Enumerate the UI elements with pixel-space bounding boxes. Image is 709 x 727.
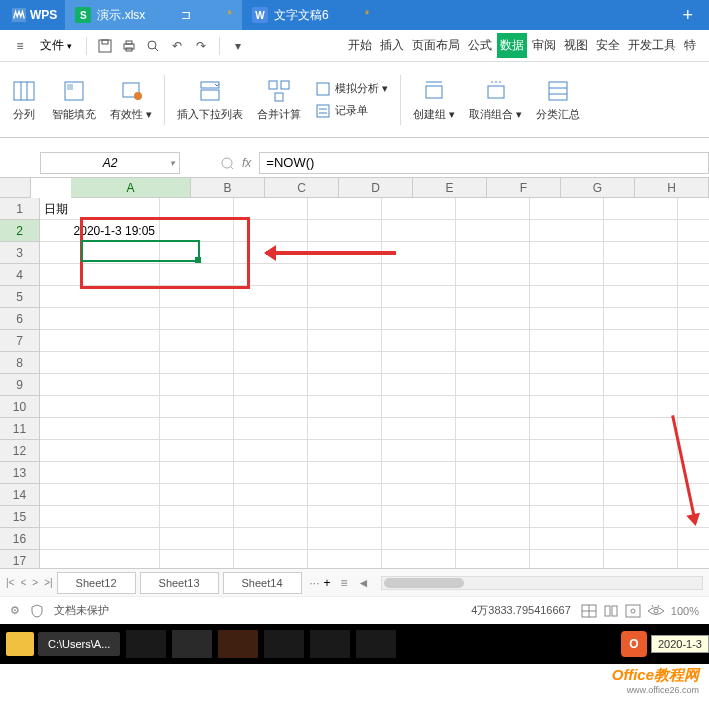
tab-security[interactable]: 安全 (593, 33, 623, 58)
add-tab-button[interactable]: + (670, 5, 705, 26)
cell[interactable] (604, 506, 678, 527)
save-icon[interactable] (95, 36, 115, 56)
cell[interactable] (308, 308, 382, 329)
taskbar-item[interactable] (310, 630, 350, 658)
cell[interactable] (530, 440, 604, 461)
cell[interactable] (308, 462, 382, 483)
tab-page[interactable]: 页面布局 (409, 33, 463, 58)
cell[interactable] (456, 352, 530, 373)
cell[interactable] (530, 528, 604, 549)
cell[interactable] (530, 198, 604, 219)
cell[interactable] (604, 528, 678, 549)
row-header[interactable]: 13 (0, 462, 40, 484)
cell[interactable] (234, 440, 308, 461)
cell[interactable] (530, 242, 604, 263)
cell[interactable] (160, 418, 234, 439)
cell[interactable] (456, 308, 530, 329)
cell[interactable] (456, 550, 530, 568)
cell[interactable] (530, 352, 604, 373)
col-header-E[interactable]: E (413, 178, 487, 197)
cell[interactable] (160, 484, 234, 505)
cell[interactable] (456, 506, 530, 527)
cell[interactable] (382, 220, 456, 241)
cell[interactable] (234, 352, 308, 373)
col-header-A[interactable]: A (71, 178, 191, 197)
row-header[interactable]: 5 (0, 286, 40, 308)
print-icon[interactable] (119, 36, 139, 56)
cell[interactable] (382, 440, 456, 461)
cell[interactable] (234, 528, 308, 549)
group-cancel-button[interactable]: 取消组合 ▾ (465, 77, 526, 122)
cell[interactable] (604, 550, 678, 568)
list-icon[interactable]: ≡ (341, 576, 348, 590)
undo-icon[interactable]: ↶ (167, 36, 187, 56)
row-header[interactable]: 15 (0, 506, 40, 528)
cell[interactable] (234, 286, 308, 307)
validation-button[interactable]: 有效性 ▾ (106, 77, 156, 122)
row-header[interactable]: 6 (0, 308, 40, 330)
col-header-B[interactable]: B (191, 178, 265, 197)
cell[interactable] (604, 462, 678, 483)
cell[interactable] (160, 220, 234, 241)
cell[interactable] (234, 220, 308, 241)
eye-icon[interactable] (647, 604, 665, 618)
cell[interactable] (234, 198, 308, 219)
cell[interactable] (382, 308, 456, 329)
cell[interactable] (456, 220, 530, 241)
tab-formula[interactable]: 公式 (465, 33, 495, 58)
cell[interactable] (456, 330, 530, 351)
zoom-label[interactable]: 100% (671, 605, 699, 617)
cell[interactable] (530, 220, 604, 241)
row-header[interactable]: 3 (0, 242, 40, 264)
row-header[interactable]: 17 (0, 550, 40, 568)
cell[interactable] (604, 220, 678, 241)
simulate-button[interactable]: 模拟分析 ▾ (315, 81, 388, 97)
folder-icon[interactable] (6, 632, 34, 656)
cell[interactable] (382, 506, 456, 527)
office-badge-icon[interactable]: O (621, 631, 647, 657)
taskbar-item[interactable]: C:\Users\A... (38, 632, 120, 656)
cell[interactable] (40, 308, 160, 329)
cell[interactable] (456, 242, 530, 263)
cell[interactable] (604, 286, 678, 307)
cell[interactable] (456, 484, 530, 505)
cell[interactable] (234, 418, 308, 439)
cell[interactable]: 2020-1-3 19:05 (40, 220, 160, 241)
cell[interactable] (604, 418, 678, 439)
preview-icon[interactable] (143, 36, 163, 56)
nav-first[interactable]: |< (6, 577, 14, 588)
cell[interactable] (308, 374, 382, 395)
record-button[interactable]: 记录单 (315, 103, 388, 119)
row-header[interactable]: 8 (0, 352, 40, 374)
tab-insert[interactable]: 插入 (377, 33, 407, 58)
cell[interactable] (308, 264, 382, 285)
cell[interactable] (456, 396, 530, 417)
col-header-F[interactable]: F (487, 178, 561, 197)
tab-view[interactable]: 视图 (561, 33, 591, 58)
taskbar-item[interactable] (126, 630, 166, 658)
row-header[interactable]: 1 (0, 198, 40, 220)
cell[interactable] (530, 418, 604, 439)
select-all-corner[interactable] (0, 178, 31, 198)
cell[interactable] (308, 220, 382, 241)
cell[interactable] (308, 484, 382, 505)
cell[interactable] (308, 198, 382, 219)
sheet-tab[interactable]: Sheet12 (57, 572, 136, 594)
row-header[interactable]: 2 (0, 220, 40, 242)
tab-spreadsheet[interactable]: S 演示.xlsx ⊐ * (65, 0, 242, 30)
cell[interactable] (604, 198, 678, 219)
col-header-C[interactable]: C (265, 178, 339, 197)
cell[interactable] (382, 550, 456, 568)
cell[interactable] (456, 286, 530, 307)
cell[interactable] (456, 462, 530, 483)
horizontal-scrollbar[interactable] (381, 576, 703, 590)
cell[interactable] (456, 528, 530, 549)
cell[interactable] (234, 374, 308, 395)
row-header[interactable]: 7 (0, 330, 40, 352)
cell[interactable] (530, 550, 604, 568)
cell[interactable] (308, 550, 382, 568)
cell[interactable] (382, 418, 456, 439)
cell[interactable] (234, 484, 308, 505)
cell[interactable] (530, 286, 604, 307)
cell[interactable] (40, 396, 160, 417)
